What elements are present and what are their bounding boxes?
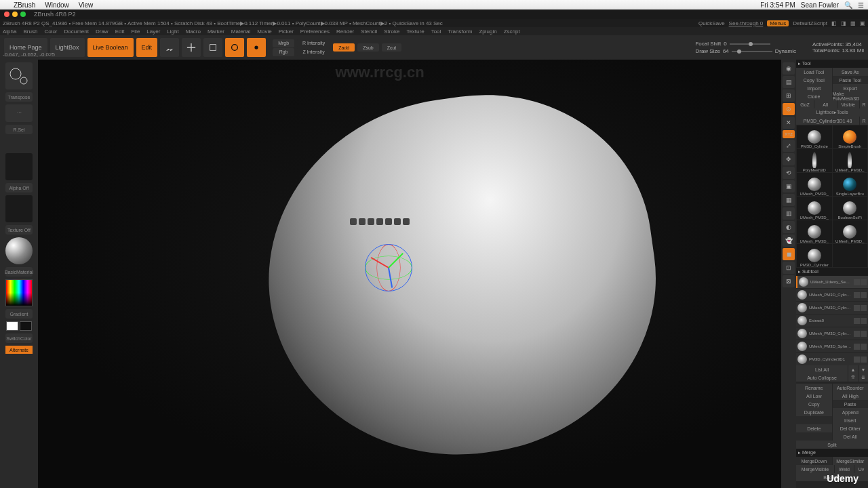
gradient-label[interactable]: Gradient	[5, 309, 33, 319]
tool-r-button[interactable]: R	[860, 117, 868, 125]
move-up-icon[interactable]: ⇈	[848, 373, 858, 382]
app-name[interactable]: ZBrush	[14, 1, 35, 9]
tool-thumb[interactable]: UMesh_PM3D_	[833, 149, 868, 172]
lightbox-tools-button[interactable]: Lightbox▸Tools	[796, 108, 868, 117]
rename-button[interactable]: Rename	[796, 384, 832, 392]
switchcolor-label[interactable]: SwitchColor	[5, 333, 33, 343]
auto-collapse-button[interactable]: Auto Collapse	[796, 373, 848, 382]
shelf-linefill-icon[interactable]: ▥	[783, 207, 795, 220]
gizmo-icon[interactable]	[247, 38, 266, 57]
search-icon[interactable]: 🔍	[844, 1, 852, 9]
split-button[interactable]: Split	[796, 441, 868, 449]
uv-button[interactable]: Uv	[854, 465, 868, 473]
menu-item[interactable]: Material	[231, 28, 250, 35]
shelf-frame-icon[interactable]: ▣	[783, 180, 795, 192]
mini-icon[interactable]	[403, 218, 410, 225]
duplicate-button[interactable]: Duplicate	[796, 408, 832, 416]
shelf-scale-icon[interactable]: ⤢	[783, 140, 795, 152]
mrgb-button[interactable]: Mrgb	[273, 39, 294, 47]
shelf-persp-icon[interactable]: ▤	[783, 76, 795, 88]
menu-item[interactable]: Draw	[96, 28, 108, 35]
live-boolean-button[interactable]: Live Boolean	[87, 38, 134, 57]
shelf-render-icon[interactable]: ⊠	[783, 275, 795, 287]
rgb-button[interactable]: Rgb	[273, 48, 294, 56]
menu-item[interactable]: Light	[167, 28, 178, 35]
quicksave-label[interactable]: QuickSave	[698, 20, 725, 26]
subtool-header[interactable]: ▸ Subtool	[796, 268, 868, 276]
menu-item[interactable]: Macro	[186, 28, 201, 35]
alpha-slot[interactable]	[5, 153, 33, 180]
merge-header[interactable]: ▸ Merge	[796, 449, 868, 457]
load-tool-button[interactable]: Load Tool	[796, 68, 832, 76]
menu-item[interactable]: File	[131, 28, 140, 35]
list-all-button[interactable]: List All	[796, 365, 848, 373]
shelf-xyz-label[interactable]: XYZ	[783, 130, 795, 138]
color-picker[interactable]	[5, 279, 33, 306]
save-as-button[interactable]: Save As	[833, 68, 869, 76]
subtool-item[interactable]: PM3D_Cylinder3D1	[796, 353, 868, 365]
paste-tool-button[interactable]: Paste Tool	[833, 76, 869, 84]
append-button[interactable]: Append	[833, 408, 869, 416]
texture-slot[interactable]	[5, 195, 33, 222]
goz-r-button[interactable]: R	[860, 100, 868, 108]
menu-item[interactable]: Layer	[146, 28, 160, 35]
menu-item[interactable]: Preferences	[300, 28, 330, 35]
mergevisible-button[interactable]: MergeVisible	[796, 465, 834, 473]
menu-item[interactable]: Edit	[115, 28, 125, 35]
arrow-down-icon[interactable]: ▼	[859, 365, 868, 373]
mini-icon[interactable]	[350, 218, 357, 225]
subtool-item[interactable]: UMesh_PM3D_Cylinder3D3	[796, 289, 868, 301]
del-all-button[interactable]: Del All	[833, 432, 869, 441]
all-high-button[interactable]: All High	[833, 392, 869, 400]
copy-tool-button[interactable]: Copy Tool	[796, 76, 832, 84]
draw-size-slider[interactable]	[732, 51, 772, 52]
mini-icon[interactable]	[394, 218, 401, 225]
shelf-axis-icon[interactable]: ✕	[783, 117, 795, 129]
clone-button[interactable]: Clone	[796, 92, 832, 100]
tool-header[interactable]: ▸ Tool	[796, 60, 868, 68]
traffic-lights[interactable]	[4, 12, 26, 17]
canvas-area[interactable]: www.rrcg.cn	[38, 60, 781, 488]
tool-thumb[interactable]: PM3D_Cylinder	[797, 244, 832, 267]
user-name[interactable]: Sean Fowler	[801, 1, 839, 9]
menu-item[interactable]: Picker	[279, 28, 294, 35]
rotate-icon[interactable]	[225, 38, 244, 57]
rsel-icon[interactable]: ⋯	[5, 104, 33, 122]
shelf-polyf-icon[interactable]: ▦	[783, 194, 795, 206]
swatch-main[interactable]	[6, 321, 18, 331]
mini-icon[interactable]	[376, 218, 383, 225]
make-polymesh-button[interactable]: Make PolyMesh3D	[833, 92, 869, 100]
mini-icon[interactable]	[385, 218, 392, 225]
tool-thumb[interactable]	[833, 244, 868, 267]
lightbox-button[interactable]: LightBox	[50, 38, 85, 57]
goz-visible-button[interactable]: Visible	[837, 100, 860, 108]
gizmo-mini-toolbar[interactable]	[350, 218, 410, 225]
subtool-item[interactable]: UMesh_PM3D_Cylinder3D2	[796, 302, 868, 314]
move-icon[interactable]	[182, 38, 201, 57]
subtool-item[interactable]: Extract0	[796, 314, 868, 327]
tool-thumb[interactable]: UMesh_PM3D_	[833, 220, 868, 243]
tool-thumb[interactable]: UMesh_PM3D_	[797, 173, 832, 196]
menu-item[interactable]: Texture	[406, 28, 424, 35]
shelf-solo-icon[interactable]: ◼	[783, 248, 795, 260]
all-low-button[interactable]: All Low	[796, 392, 832, 400]
export-button[interactable]: Export	[833, 84, 869, 92]
menus-toggle[interactable]: Menus	[767, 20, 789, 26]
status-icon[interactable]: ▦	[850, 20, 856, 26]
mini-icon[interactable]	[359, 218, 366, 225]
focal-shift-slider[interactable]	[730, 43, 770, 45]
shelf-xpose-icon[interactable]: ⊡	[783, 262, 795, 274]
default-zscript[interactable]: DefaultZScript	[793, 20, 827, 26]
menu-item[interactable]: Marker	[208, 28, 224, 35]
status-icon[interactable]: ▣	[860, 20, 865, 26]
menu-icon[interactable]: ☰	[858, 1, 864, 9]
transform-gizmo[interactable]	[365, 244, 419, 298]
menu-item[interactable]: Stencil	[361, 28, 377, 35]
tool-thumb[interactable]: BooleanSciFi	[833, 197, 868, 220]
menu-item[interactable]: Zplugin	[479, 28, 496, 35]
menu-item[interactable]: Stroke	[384, 28, 399, 35]
weld-button[interactable]: Weld	[835, 465, 854, 473]
status-icon[interactable]: ◧	[831, 20, 837, 26]
menu-window[interactable]: Window	[45, 1, 69, 9]
intensity-label[interactable]: R Intensity	[297, 39, 330, 47]
